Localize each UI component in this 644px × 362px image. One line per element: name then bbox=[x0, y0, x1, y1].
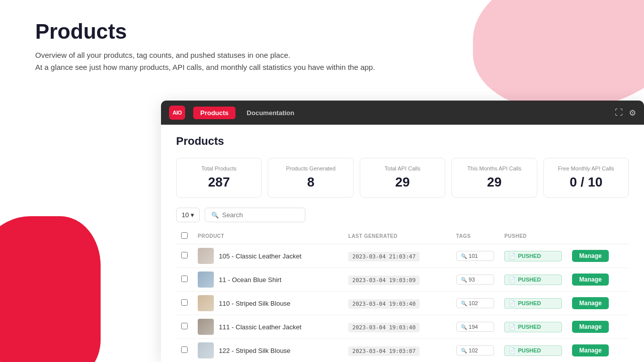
table-header: PRODUCT LAST GENERATED TAGS PUSHED bbox=[176, 228, 629, 244]
row-pushed-cell: 📄 PUSHED bbox=[499, 315, 567, 339]
header-last-generated: LAST GENERATED bbox=[343, 228, 451, 244]
page-description-line1: Overview of all your produtcs, tag count… bbox=[35, 49, 609, 61]
manage-button[interactable]: Manage bbox=[572, 274, 609, 286]
tags-badge: 🔍 102 bbox=[456, 345, 495, 355]
expand-icon[interactable]: ⛶ bbox=[615, 108, 623, 117]
header-checkbox-col bbox=[176, 228, 193, 244]
search-input[interactable] bbox=[222, 211, 299, 219]
row-checkbox-cell bbox=[176, 339, 193, 363]
row-actions-cell: Manage bbox=[567, 339, 629, 363]
search-box: 🔍 bbox=[205, 208, 305, 222]
product-thumbnail bbox=[198, 319, 214, 335]
stats-row: Total Products 287 Products Generated 8 … bbox=[176, 158, 629, 198]
search-icon: 🔍 bbox=[461, 301, 467, 306]
nav-products-button[interactable]: Products bbox=[193, 107, 235, 119]
nav-documentation-button[interactable]: Documentation bbox=[239, 107, 301, 119]
bg-decoration-bottom bbox=[0, 216, 101, 362]
nav-logo: AIO bbox=[169, 106, 185, 120]
pushed-badge: 📄 PUSHED bbox=[504, 322, 562, 332]
tags-badge: 🔍 194 bbox=[456, 322, 495, 332]
stat-free-monthly-label: Free Monthly API Calls bbox=[554, 165, 618, 171]
row-checkbox-cell bbox=[176, 268, 193, 292]
stat-free-monthly: Free Monthly API Calls 0 / 10 bbox=[543, 158, 629, 198]
row-product-cell: 11 - Ocean Blue Shirt bbox=[193, 268, 343, 292]
document-icon: 📄 bbox=[509, 300, 516, 307]
row-date-cell: 2023-03-04 19:03:40 bbox=[343, 315, 451, 339]
products-table-wrap: PRODUCT LAST GENERATED TAGS PUSHED 105 -… bbox=[176, 228, 629, 362]
header-actions bbox=[567, 228, 629, 244]
row-tags-cell: 🔍 93 bbox=[451, 268, 500, 292]
tags-badge: 🔍 102 bbox=[456, 298, 495, 308]
table-row: 105 - Classic Leather Jacket 2023-03-04 … bbox=[176, 244, 629, 268]
date-badge: 2023-03-04 19:03:40 bbox=[348, 299, 420, 309]
row-pushed-cell: 📄 PUSHED bbox=[499, 244, 567, 268]
manage-button[interactable]: Manage bbox=[572, 321, 609, 333]
pushed-badge: 📄 PUSHED bbox=[504, 251, 562, 261]
row-checkbox[interactable] bbox=[181, 346, 188, 353]
row-checkbox[interactable] bbox=[181, 323, 188, 329]
table-row: 110 - Striped Silk Blouse 2023-03-04 19:… bbox=[176, 292, 629, 315]
per-page-value: 10 bbox=[182, 211, 189, 219]
search-icon: 🔍 bbox=[461, 277, 467, 283]
row-checkbox[interactable] bbox=[181, 299, 188, 306]
pushed-badge: 📄 PUSHED bbox=[504, 275, 562, 285]
toolbar: 10 ▾ 🔍 bbox=[176, 208, 629, 222]
row-actions-cell: Manage bbox=[567, 268, 629, 292]
row-date-cell: 2023-03-04 21:03:47 bbox=[343, 244, 451, 268]
document-icon: 📄 bbox=[509, 347, 516, 354]
row-product-cell: 122 - Striped Silk Blouse bbox=[193, 339, 343, 363]
content-title: Products bbox=[176, 135, 629, 148]
row-date-cell: 2023-03-04 19:03:09 bbox=[343, 268, 451, 292]
product-thumbnail bbox=[198, 272, 214, 288]
nav-right: ⛶ ⚙ bbox=[615, 108, 636, 118]
table-row: 122 - Striped Silk Blouse 2023-03-04 19:… bbox=[176, 339, 629, 363]
row-pushed-cell: 📄 PUSHED bbox=[499, 292, 567, 315]
row-actions-cell: Manage bbox=[567, 292, 629, 315]
row-actions-cell: Manage bbox=[567, 244, 629, 268]
row-checkbox[interactable] bbox=[181, 276, 188, 282]
row-tags-cell: 🔍 194 bbox=[451, 315, 500, 339]
row-checkbox[interactable] bbox=[181, 252, 188, 258]
stat-products-generated: Products Generated 8 bbox=[268, 158, 353, 198]
stat-total-api-calls-label: Total API Calls bbox=[370, 165, 435, 171]
row-actions-cell: Manage bbox=[567, 315, 629, 339]
row-checkbox-cell bbox=[176, 315, 193, 339]
product-name: 105 - Classic Leather Jacket bbox=[219, 252, 301, 260]
stat-this-months-api: This Months API Calls 29 bbox=[451, 158, 537, 198]
manage-button[interactable]: Manage bbox=[572, 250, 609, 262]
manage-button[interactable]: Manage bbox=[572, 297, 609, 309]
header-pushed: PUSHED bbox=[499, 228, 567, 244]
content-area: Products Total Products 287 Products Gen… bbox=[161, 125, 644, 362]
row-tags-cell: 🔍 102 bbox=[451, 339, 500, 363]
product-name: 11 - Ocean Blue Shirt bbox=[219, 276, 281, 284]
per-page-select[interactable]: 10 ▾ bbox=[176, 208, 200, 222]
row-product-cell: 111 - Classic Leather Jacket bbox=[193, 315, 343, 339]
stat-this-months-label: This Months API Calls bbox=[462, 165, 526, 171]
manage-button[interactable]: Manage bbox=[572, 344, 609, 356]
page-description-line2: At a glance see just how many products, … bbox=[35, 61, 609, 73]
pushed-badge: 📄 PUSHED bbox=[504, 345, 562, 356]
date-badge: 2023-03-04 19:03:09 bbox=[348, 276, 420, 285]
tags-badge: 🔍 93 bbox=[456, 275, 495, 285]
document-icon: 📄 bbox=[509, 253, 516, 259]
product-thumbnail bbox=[198, 342, 214, 358]
date-badge: 2023-03-04 19:03:40 bbox=[348, 323, 420, 332]
row-checkbox-cell bbox=[176, 292, 193, 315]
select-all-checkbox[interactable] bbox=[181, 232, 188, 239]
row-product-cell: 110 - Striped Silk Blouse bbox=[193, 292, 343, 315]
document-icon: 📄 bbox=[509, 324, 516, 330]
search-icon: 🔍 bbox=[461, 253, 467, 259]
gear-icon[interactable]: ⚙ bbox=[629, 108, 636, 118]
stat-total-api-calls: Total API Calls 29 bbox=[360, 158, 445, 198]
row-checkbox-cell bbox=[176, 244, 193, 268]
content-inner: Products Total Products 287 Products Gen… bbox=[161, 125, 644, 362]
app-window: AIO Products Documentation ⛶ ⚙ Products … bbox=[161, 101, 644, 362]
header-tags: TAGS bbox=[451, 228, 500, 244]
stat-total-products: Total Products 287 bbox=[176, 158, 262, 198]
row-tags-cell: 🔍 102 bbox=[451, 292, 500, 315]
table-body: 105 - Classic Leather Jacket 2023-03-04 … bbox=[176, 244, 629, 363]
product-thumbnail bbox=[198, 248, 214, 264]
search-icon: 🔍 bbox=[461, 324, 467, 330]
row-tags-cell: 🔍 101 bbox=[451, 244, 500, 268]
pushed-badge: 📄 PUSHED bbox=[504, 298, 562, 309]
